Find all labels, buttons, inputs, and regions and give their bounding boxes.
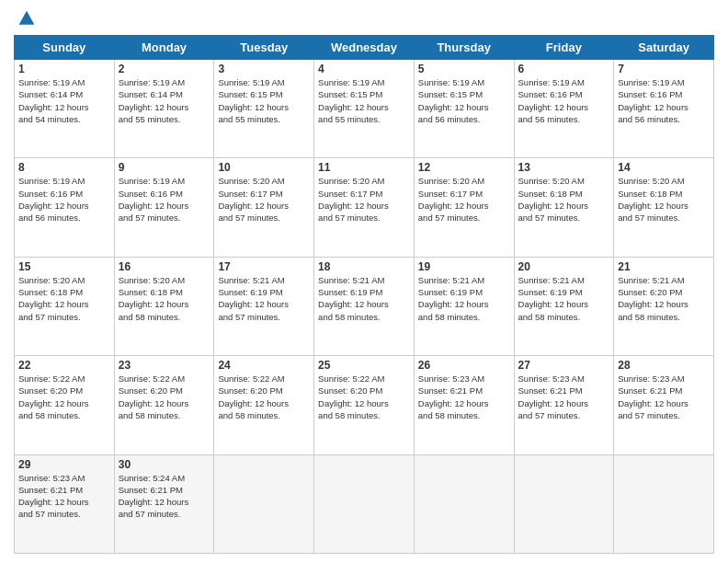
calendar-row: 29Sunrise: 5:23 AMSunset: 6:21 PMDayligh… xyxy=(15,454,714,553)
calendar-row: 15Sunrise: 5:20 AMSunset: 6:18 PMDayligh… xyxy=(15,257,714,355)
calendar-row: 22Sunrise: 5:22 AMSunset: 6:20 PMDayligh… xyxy=(15,356,714,454)
day-info: Sunrise: 5:23 AMSunset: 6:21 PMDaylight:… xyxy=(518,373,610,421)
calendar-cell xyxy=(314,454,415,553)
calendar-cell: 14Sunrise: 5:20 AMSunset: 6:18 PMDayligh… xyxy=(614,158,714,257)
day-number: 17 xyxy=(218,260,310,273)
calendar-cell: 15Sunrise: 5:20 AMSunset: 6:18 PMDayligh… xyxy=(15,257,115,355)
day-number: 5 xyxy=(418,63,510,75)
calendar-cell: 2Sunrise: 5:19 AMSunset: 6:14 PMDaylight… xyxy=(114,60,214,158)
calendar-cell: 21Sunrise: 5:21 AMSunset: 6:20 PMDayligh… xyxy=(614,257,714,355)
day-number: 11 xyxy=(318,161,410,174)
calendar-cell: 19Sunrise: 5:21 AMSunset: 6:19 PMDayligh… xyxy=(414,257,514,355)
calendar-cell xyxy=(214,454,314,553)
day-info: Sunrise: 5:19 AMSunset: 6:15 PMDaylight:… xyxy=(318,76,410,125)
day-info: Sunrise: 5:19 AMSunset: 6:15 PMDaylight:… xyxy=(218,76,310,125)
day-number: 4 xyxy=(318,63,410,75)
day-number: 12 xyxy=(418,161,510,174)
day-info: Sunrise: 5:21 AMSunset: 6:19 PMDaylight:… xyxy=(518,274,610,323)
day-of-week-header: Wednesday xyxy=(314,36,415,60)
calendar-cell: 9Sunrise: 5:19 AMSunset: 6:16 PMDaylight… xyxy=(114,158,214,257)
day-number: 13 xyxy=(518,161,610,174)
day-info: Sunrise: 5:22 AMSunset: 6:20 PMDaylight:… xyxy=(119,373,210,421)
calendar-row: 1Sunrise: 5:19 AMSunset: 6:14 PMDaylight… xyxy=(15,60,714,158)
calendar-cell: 13Sunrise: 5:20 AMSunset: 6:18 PMDayligh… xyxy=(514,158,614,257)
day-info: Sunrise: 5:23 AMSunset: 6:21 PMDaylight:… xyxy=(18,472,110,521)
calendar-cell: 8Sunrise: 5:19 AMSunset: 6:16 PMDaylight… xyxy=(15,158,115,257)
day-number: 10 xyxy=(218,161,310,174)
day-info: Sunrise: 5:24 AMSunset: 6:21 PMDaylight:… xyxy=(119,472,210,521)
calendar-cell: 11Sunrise: 5:20 AMSunset: 6:17 PMDayligh… xyxy=(314,158,415,257)
day-info: Sunrise: 5:21 AMSunset: 6:20 PMDaylight:… xyxy=(618,274,710,323)
day-number: 14 xyxy=(618,161,710,174)
calendar-cell: 7Sunrise: 5:19 AMSunset: 6:16 PMDaylight… xyxy=(614,60,714,158)
day-of-week-header: Monday xyxy=(114,36,214,60)
calendar-cell xyxy=(414,454,514,553)
day-number: 16 xyxy=(119,260,210,273)
day-info: Sunrise: 5:19 AMSunset: 6:16 PMDaylight:… xyxy=(18,175,110,224)
calendar-cell: 22Sunrise: 5:22 AMSunset: 6:20 PMDayligh… xyxy=(15,356,115,454)
calendar-cell: 25Sunrise: 5:22 AMSunset: 6:20 PMDayligh… xyxy=(314,356,415,454)
calendar-cell: 30Sunrise: 5:24 AMSunset: 6:21 PMDayligh… xyxy=(114,454,214,553)
day-info: Sunrise: 5:20 AMSunset: 6:18 PMDaylight:… xyxy=(18,274,110,323)
day-number: 27 xyxy=(518,359,610,372)
day-info: Sunrise: 5:20 AMSunset: 6:17 PMDaylight:… xyxy=(418,175,510,224)
calendar-cell: 6Sunrise: 5:19 AMSunset: 6:16 PMDaylight… xyxy=(514,60,614,158)
calendar-cell: 24Sunrise: 5:22 AMSunset: 6:20 PMDayligh… xyxy=(214,356,314,454)
day-of-week-header: Thursday xyxy=(414,36,514,60)
calendar-cell xyxy=(514,454,614,553)
day-number: 8 xyxy=(18,161,110,174)
day-info: Sunrise: 5:20 AMSunset: 6:18 PMDaylight:… xyxy=(618,175,710,224)
day-info: Sunrise: 5:19 AMSunset: 6:14 PMDaylight:… xyxy=(119,76,210,125)
day-number: 24 xyxy=(218,359,310,372)
calendar-cell: 17Sunrise: 5:21 AMSunset: 6:19 PMDayligh… xyxy=(214,257,314,355)
day-number: 6 xyxy=(518,63,610,75)
calendar-cell: 23Sunrise: 5:22 AMSunset: 6:20 PMDayligh… xyxy=(114,356,214,454)
day-number: 3 xyxy=(218,63,310,75)
calendar-row: 8Sunrise: 5:19 AMSunset: 6:16 PMDaylight… xyxy=(15,158,714,257)
day-info: Sunrise: 5:23 AMSunset: 6:21 PMDaylight:… xyxy=(618,373,710,421)
day-number: 19 xyxy=(418,260,510,273)
calendar-body: 1Sunrise: 5:19 AMSunset: 6:14 PMDaylight… xyxy=(15,60,714,554)
day-number: 26 xyxy=(418,359,510,372)
day-number: 29 xyxy=(18,458,110,471)
page: SundayMondayTuesdayWednesdayThursdayFrid… xyxy=(0,0,728,563)
day-number: 1 xyxy=(18,63,110,75)
day-number: 9 xyxy=(119,161,210,174)
day-info: Sunrise: 5:23 AMSunset: 6:21 PMDaylight:… xyxy=(418,373,510,421)
calendar-cell: 1Sunrise: 5:19 AMSunset: 6:14 PMDaylight… xyxy=(15,60,115,158)
day-info: Sunrise: 5:22 AMSunset: 6:20 PMDaylight:… xyxy=(218,373,310,421)
day-of-week-header: Saturday xyxy=(614,36,714,60)
logo xyxy=(14,9,36,28)
day-info: Sunrise: 5:19 AMSunset: 6:16 PMDaylight:… xyxy=(119,175,210,224)
day-number: 23 xyxy=(119,359,210,372)
day-info: Sunrise: 5:20 AMSunset: 6:18 PMDaylight:… xyxy=(518,175,610,224)
day-number: 2 xyxy=(119,63,210,75)
day-number: 20 xyxy=(518,260,610,273)
calendar-cell: 12Sunrise: 5:20 AMSunset: 6:17 PMDayligh… xyxy=(414,158,514,257)
svg-marker-0 xyxy=(19,11,35,25)
day-number: 28 xyxy=(618,359,710,372)
calendar-cell: 26Sunrise: 5:23 AMSunset: 6:21 PMDayligh… xyxy=(414,356,514,454)
day-info: Sunrise: 5:21 AMSunset: 6:19 PMDaylight:… xyxy=(218,274,310,323)
day-info: Sunrise: 5:19 AMSunset: 6:16 PMDaylight:… xyxy=(618,76,710,125)
day-info: Sunrise: 5:20 AMSunset: 6:17 PMDaylight:… xyxy=(318,175,410,224)
day-number: 21 xyxy=(618,260,710,273)
calendar-cell: 28Sunrise: 5:23 AMSunset: 6:21 PMDayligh… xyxy=(614,356,714,454)
day-info: Sunrise: 5:19 AMSunset: 6:15 PMDaylight:… xyxy=(418,76,510,125)
calendar-cell: 5Sunrise: 5:19 AMSunset: 6:15 PMDaylight… xyxy=(414,60,514,158)
day-info: Sunrise: 5:19 AMSunset: 6:14 PMDaylight:… xyxy=(18,76,110,125)
day-info: Sunrise: 5:19 AMSunset: 6:16 PMDaylight:… xyxy=(518,76,610,125)
day-number: 25 xyxy=(318,359,410,372)
day-info: Sunrise: 5:21 AMSunset: 6:19 PMDaylight:… xyxy=(318,274,410,323)
day-info: Sunrise: 5:20 AMSunset: 6:18 PMDaylight:… xyxy=(119,274,210,323)
day-info: Sunrise: 5:20 AMSunset: 6:17 PMDaylight:… xyxy=(218,175,310,224)
day-of-week-header: Sunday xyxy=(15,36,115,60)
calendar-cell: 20Sunrise: 5:21 AMSunset: 6:19 PMDayligh… xyxy=(514,257,614,355)
day-of-week-header: Tuesday xyxy=(214,36,314,60)
day-info: Sunrise: 5:21 AMSunset: 6:19 PMDaylight:… xyxy=(418,274,510,323)
day-info: Sunrise: 5:22 AMSunset: 6:20 PMDaylight:… xyxy=(318,373,410,421)
day-info: Sunrise: 5:22 AMSunset: 6:20 PMDaylight:… xyxy=(18,373,110,421)
calendar-cell: 10Sunrise: 5:20 AMSunset: 6:17 PMDayligh… xyxy=(214,158,314,257)
header xyxy=(14,9,714,28)
calendar-cell: 29Sunrise: 5:23 AMSunset: 6:21 PMDayligh… xyxy=(15,454,115,553)
